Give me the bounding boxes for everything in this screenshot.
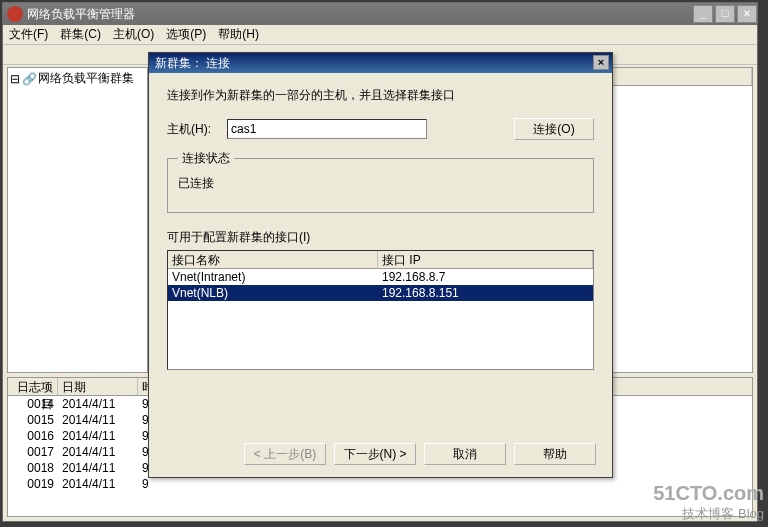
tree-root-label: 网络负载平衡群集 [38, 70, 134, 87]
status-text: 已连接 [178, 173, 583, 200]
connect-button[interactable]: 连接(O) [514, 118, 594, 140]
menu-file[interactable]: 文件(F) [9, 26, 48, 43]
menu-cluster[interactable]: 群集(C) [60, 26, 101, 43]
dialog-title: 新群集： 连接 [155, 55, 230, 72]
connection-status-group: 连接状态 已连接 [167, 150, 594, 213]
app-icon [7, 6, 23, 22]
iface-col-name[interactable]: 接口名称 [168, 251, 378, 268]
dialog-close-button[interactable]: × [593, 55, 609, 70]
log-row[interactable]: 00192014/4/119 [8, 476, 752, 492]
interfaces-list[interactable]: 接口名称 接口 IP Vnet(Intranet)192.168.8.7Vnet… [167, 250, 594, 370]
tree-root-node[interactable]: ⊟ 🔗 网络负载平衡群集 [10, 70, 145, 87]
main-titlebar[interactable]: 网络负载平衡管理器 _ □ × [3, 3, 757, 25]
watermark: 51CTO.com 技术博客 Blog [653, 482, 764, 523]
log-col-id[interactable]: 日志项目 [8, 378, 58, 395]
dialog-instruction: 连接到作为新群集的一部分的主机，并且选择群集接口 [167, 87, 594, 104]
status-legend: 连接状态 [178, 150, 234, 167]
main-title: 网络负载平衡管理器 [27, 6, 691, 23]
next-button[interactable]: 下一步(N) > [334, 443, 416, 465]
back-button: < 上一步(B) [244, 443, 326, 465]
new-cluster-dialog: 新群集： 连接 × 连接到作为新群集的一部分的主机，并且选择群集接口 主机(H)… [148, 52, 613, 478]
menu-options[interactable]: 选项(P) [166, 26, 206, 43]
interface-row[interactable]: Vnet(NLB)192.168.8.151 [168, 285, 593, 301]
log-col-date[interactable]: 日期 [58, 378, 138, 395]
tree-expand-icon[interactable]: ⊟ [10, 72, 20, 86]
dialog-titlebar[interactable]: 新群集： 连接 × [149, 53, 612, 73]
close-button[interactable]: × [737, 5, 757, 23]
interfaces-label: 可用于配置新群集的接口(I) [167, 229, 594, 246]
host-input[interactable] [227, 119, 427, 139]
help-button[interactable]: 帮助 [514, 443, 596, 465]
tree-pane[interactable]: ⊟ 🔗 网络负载平衡群集 [8, 68, 148, 372]
max-button[interactable]: □ [715, 5, 735, 23]
cluster-icon: 🔗 [22, 72, 36, 86]
menu-help[interactable]: 帮助(H) [218, 26, 259, 43]
menu-host[interactable]: 主机(O) [113, 26, 154, 43]
interface-row[interactable]: Vnet(Intranet)192.168.8.7 [168, 269, 593, 285]
iface-col-ip[interactable]: 接口 IP [378, 251, 593, 268]
host-label: 主机(H): [167, 121, 227, 138]
cancel-button[interactable]: 取消 [424, 443, 506, 465]
menubar: 文件(F) 群集(C) 主机(O) 选项(P) 帮助(H) [3, 25, 757, 45]
min-button[interactable]: _ [693, 5, 713, 23]
